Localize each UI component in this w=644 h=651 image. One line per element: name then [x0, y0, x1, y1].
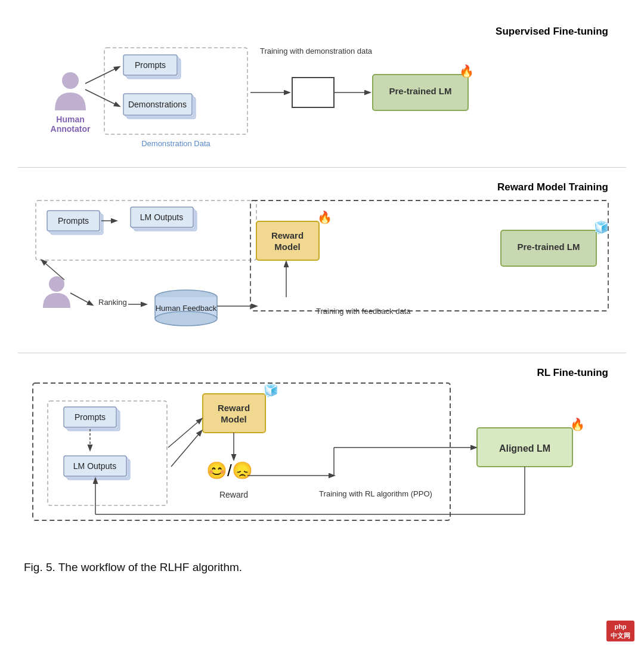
php-watermark: php 中文网 — [606, 621, 634, 641]
reward-model-label1: Reward — [271, 230, 304, 240]
rl-outputs-label: LM Outputs — [73, 461, 116, 471]
ice-icon-2: 🧊 — [264, 383, 278, 397]
arrow-human-to-demos — [85, 90, 119, 106]
prompts-label: Prompts — [135, 60, 166, 70]
reward-model-box — [256, 221, 319, 260]
human-annotator-label1: Human — [56, 115, 84, 124]
rl-reward-model-label2: Model — [221, 414, 246, 424]
pretrained-lm-label: Pre-trained LM — [389, 86, 451, 96]
arrow-person-to-box — [42, 260, 64, 280]
arrow-box-to-reward — [168, 419, 202, 448]
hf-label: Human Feedback — [156, 304, 217, 313]
section3-title: RL Fine-tuning — [537, 367, 608, 378]
hf-cylinder-bottom — [155, 311, 217, 326]
figure-caption: Fig. 5. The workflow of the RLHF algorit… — [18, 550, 626, 580]
section3: RL Fine-tuning Prompts LM Outputs Reward… — [18, 353, 626, 550]
rmt-prompts-label: Prompts — [58, 216, 89, 226]
rmt-pretrained-lm-label: Pre-trained LM — [517, 242, 580, 252]
section1-title: Supervised Fine-tuning — [496, 26, 608, 37]
reward-emoji: 😊/😞 — [206, 461, 253, 480]
demonstrations-label: Demonstrations — [128, 100, 187, 109]
rmt-outputs-label: LM Outputs — [140, 212, 183, 222]
section1-svg: Supervised Fine-tuning Human Annotator D… — [18, 18, 626, 161]
section2-title: Reward Model Training — [497, 181, 608, 193]
flame-icon-2: 🔥 — [317, 210, 332, 224]
flame-icon-3: 🔥 — [570, 417, 585, 431]
rl-reward-model-box — [203, 394, 265, 433]
ice-icon-1: 🧊 — [594, 220, 609, 235]
human-annotator-label2: Annotator — [51, 124, 91, 134]
section2: Reward Model Training Prompts LM Outputs… — [18, 168, 626, 353]
reward-text: Reward — [219, 490, 248, 499]
training-label: Training with demonstration data — [260, 47, 373, 55]
section1: Supervised Fine-tuning Human Annotator D… — [18, 12, 626, 168]
rl-prompts-label: Prompts — [75, 412, 106, 422]
arrow-outputs-to-reward — [171, 431, 202, 467]
php-site: 中文网 — [611, 631, 630, 640]
section2-svg: Reward Model Training Prompts LM Outputs… — [18, 174, 626, 347]
reward-model-label2: Model — [274, 242, 300, 252]
php-text: php — [611, 622, 630, 631]
human-annotator-head — [62, 72, 79, 89]
rl-reward-model-label1: Reward — [218, 403, 250, 413]
flame-icon-1: 🔥 — [459, 64, 474, 78]
arrow-human-to-prompts — [85, 67, 119, 84]
training-box — [292, 78, 334, 107]
rl-training-label: Training with RL algorithm (PPO) — [319, 489, 432, 498]
arrow-person-to-ranking — [70, 293, 92, 305]
ranking-label: Ranking — [98, 298, 127, 307]
diagram-container: Supervised Fine-tuning Human Annotator D… — [18, 12, 626, 580]
rmt-person-body — [43, 293, 70, 308]
human-annotator-body — [55, 92, 86, 110]
demo-data-label: Demonstration Data — [141, 139, 210, 148]
section3-svg: RL Fine-tuning Prompts LM Outputs Reward… — [18, 359, 626, 544]
caption-text: Fig. 5. The workflow of the RLHF algorit… — [24, 561, 242, 573]
rmt-person-head — [49, 276, 64, 292]
aligned-lm-label: Aligned LM — [499, 443, 550, 453]
